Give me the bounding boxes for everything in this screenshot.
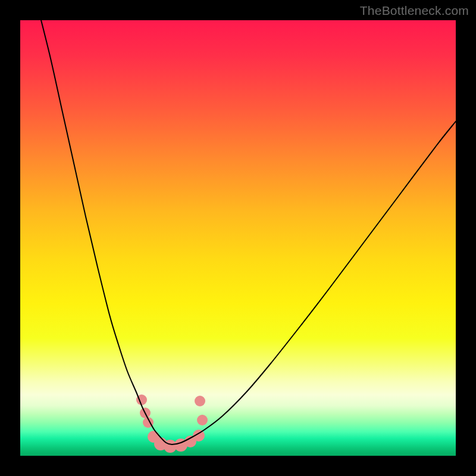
marker-dot bbox=[197, 415, 208, 425]
chart-frame: TheBottleneck.com bbox=[0, 0, 476, 476]
bottleneck-curve bbox=[38, 20, 456, 444]
chart-svg bbox=[20, 20, 456, 456]
plot-area bbox=[20, 20, 456, 456]
marker-dot bbox=[195, 396, 205, 406]
watermark-text: TheBottleneck.com bbox=[360, 4, 469, 18]
